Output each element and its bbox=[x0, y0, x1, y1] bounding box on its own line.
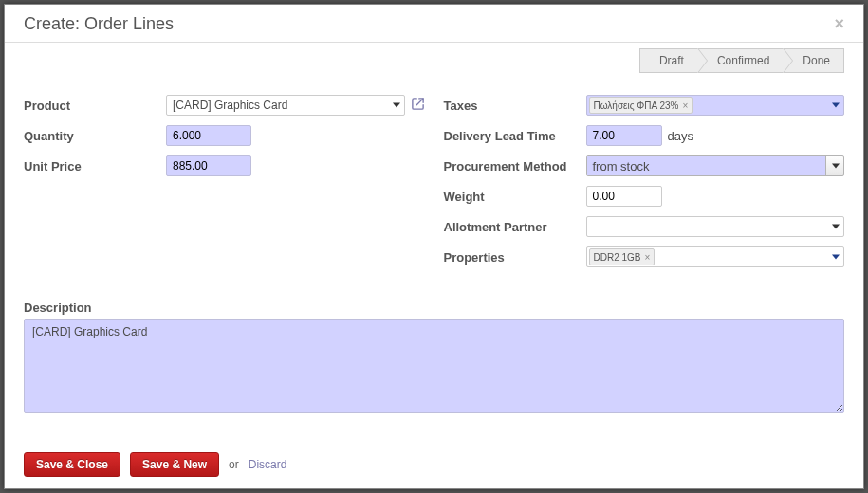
field-quantity: Quantity bbox=[24, 120, 425, 151]
dialog-title: Create: Order Lines bbox=[24, 14, 174, 34]
tax-tag-label: Πωλήσεις ΦΠΑ 23% bbox=[594, 100, 679, 111]
chevron-down-icon bbox=[393, 103, 400, 108]
external-link-icon[interactable] bbox=[411, 97, 425, 114]
allotment-partner-label: Allotment Partner bbox=[444, 220, 586, 234]
procurement-method-value: from stock bbox=[587, 156, 826, 175]
dialog-header: Create: Order Lines × bbox=[5, 5, 863, 43]
properties-label: Properties bbox=[444, 250, 586, 265]
tag-remove-icon[interactable]: × bbox=[645, 252, 651, 263]
dialog-footer: Save & Close Save & New or Discard bbox=[5, 443, 863, 488]
close-icon[interactable]: × bbox=[834, 14, 844, 34]
unit-price-label: Unit Price bbox=[24, 159, 166, 173]
right-column: Taxes Πωλήσεις ΦΠΑ 23% × Delivery Lead T… bbox=[444, 90, 845, 272]
left-column: Product [CARD] Graphics Card Quantity bbox=[24, 90, 425, 272]
field-allotment-partner: Allotment Partner bbox=[444, 211, 845, 242]
delivery-lead-time-label: Delivery Lead Time bbox=[444, 129, 586, 143]
dialog-body: Draft Confirmed Done Product [CARD] Grap… bbox=[5, 43, 863, 443]
weight-input[interactable] bbox=[586, 186, 662, 207]
taxes-label: Taxes bbox=[444, 99, 586, 113]
quantity-label: Quantity bbox=[24, 129, 166, 143]
chevron-down-icon bbox=[832, 225, 840, 229]
property-tag-label: DDR2 1GB bbox=[594, 252, 641, 263]
weight-label: Weight bbox=[444, 190, 586, 204]
delivery-lead-time-input[interactable] bbox=[586, 125, 662, 146]
save-close-button[interactable]: Save & Close bbox=[24, 452, 120, 477]
stage-draft[interactable]: Draft bbox=[639, 48, 698, 73]
product-select[interactable]: [CARD] Graphics Card bbox=[166, 95, 405, 116]
discard-link[interactable]: Discard bbox=[249, 458, 287, 471]
quantity-input[interactable] bbox=[166, 125, 251, 146]
description-section: Description bbox=[24, 301, 844, 416]
field-weight: Weight bbox=[444, 181, 845, 211]
description-label: Description bbox=[24, 301, 844, 315]
save-new-button[interactable]: Save & New bbox=[130, 452, 219, 477]
field-taxes: Taxes Πωλήσεις ΦΠΑ 23% × bbox=[444, 90, 845, 120]
tax-tag: Πωλήσεις ΦΠΑ 23% × bbox=[589, 97, 693, 114]
select-button-icon bbox=[825, 156, 843, 175]
create-order-line-dialog: Create: Order Lines × Draft Confirmed Do… bbox=[4, 4, 864, 489]
procurement-method-label: Procurement Method bbox=[444, 159, 586, 173]
allotment-partner-select[interactable] bbox=[586, 216, 845, 237]
field-delivery-lead-time: Delivery Lead Time days bbox=[444, 120, 845, 151]
status-bar: Draft Confirmed Done bbox=[24, 48, 844, 73]
or-text: or bbox=[229, 458, 239, 471]
description-textarea[interactable] bbox=[24, 319, 844, 413]
chevron-down-icon bbox=[832, 255, 840, 260]
field-procurement-method: Procurement Method from stock bbox=[444, 151, 845, 181]
field-unit-price: Unit Price bbox=[24, 151, 425, 181]
field-properties: Properties DDR2 1GB × bbox=[444, 242, 845, 272]
property-tag: DDR2 1GB × bbox=[589, 248, 656, 265]
properties-multiselect[interactable]: DDR2 1GB × bbox=[586, 246, 845, 267]
unit-price-input[interactable] bbox=[166, 155, 251, 176]
taxes-multiselect[interactable]: Πωλήσεις ΦΠΑ 23% × bbox=[586, 95, 845, 116]
days-suffix: days bbox=[668, 129, 693, 143]
stage-confirmed[interactable]: Confirmed bbox=[698, 48, 784, 73]
procurement-method-select[interactable]: from stock bbox=[586, 155, 845, 176]
product-label: Product bbox=[24, 99, 166, 113]
form-grid: Product [CARD] Graphics Card Quantity bbox=[24, 90, 844, 272]
chevron-down-icon bbox=[832, 103, 840, 108]
product-select-value: [CARD] Graphics Card bbox=[173, 99, 287, 112]
field-product: Product [CARD] Graphics Card bbox=[24, 90, 425, 120]
tag-remove-icon[interactable]: × bbox=[682, 100, 688, 111]
